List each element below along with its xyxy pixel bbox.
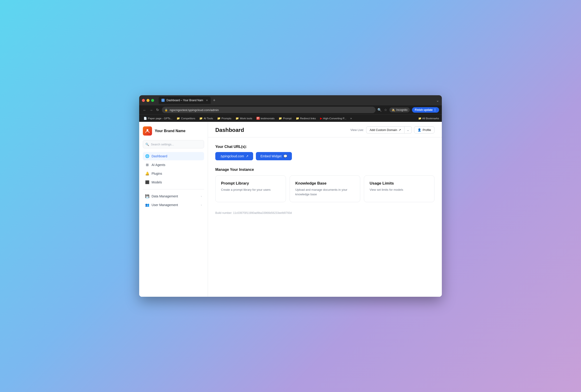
nav-item-models[interactable]: ⬛ Models	[143, 178, 204, 186]
bookmark-item-ai-tools[interactable]: 📁 AI Tools	[198, 116, 214, 121]
tab-bar: T Dashboard – Your Brand Nam ✕ +	[159, 97, 433, 104]
external-link-icon: ↗	[398, 128, 401, 132]
bookmark-icon: 📁	[236, 117, 239, 120]
nav-item-label: User Management	[152, 203, 198, 207]
brand-name: Your Brand Name	[155, 129, 186, 133]
nav-item-user-management[interactable]: 👥 User Management ›	[143, 201, 204, 209]
search-icon[interactable]: 🔍	[378, 108, 382, 112]
search-input[interactable]	[151, 143, 202, 146]
data-management-icon: 💾	[145, 194, 149, 198]
plugins-icon: 🔔	[145, 172, 149, 176]
active-tab[interactable]: T Dashboard – Your Brand Nam ✕	[159, 97, 211, 104]
url-buttons: .typingcloud.com ↗ Embed Widget 💬	[215, 152, 434, 160]
bookmark-item-work-tools[interactable]: 📁 Work tools	[234, 116, 254, 121]
embed-widget-label: Embed Widget	[260, 154, 282, 158]
nav-right: 🔍 ☆ 🕵️ Incognito Finish update ⋮	[378, 107, 439, 113]
incognito-icon: 🕵️	[392, 108, 395, 112]
tab-close-icon[interactable]: ✕	[206, 99, 208, 102]
prompt-library-card[interactable]: Prompt Library Create a prompt library f…	[215, 175, 286, 202]
maximize-button[interactable]	[151, 99, 154, 102]
url-btn-label: .typingcloud.com	[220, 154, 244, 158]
manage-title: Manage Your Instance	[215, 168, 434, 172]
bookmark-item-competitors[interactable]: 📁 Competitors	[175, 116, 197, 121]
bookmark-item-testimonials[interactable]: P testimonials	[255, 116, 276, 120]
title-bar: T Dashboard – Your Brand Nam ✕ + ⌄	[139, 95, 442, 105]
window-controls	[142, 99, 154, 102]
external-link-icon: ↗	[246, 154, 248, 158]
knowledge-base-card[interactable]: Knowledge Base Upload and manage documen…	[290, 175, 360, 202]
profile-label: Profile	[422, 128, 431, 132]
bookmark-p-icon: P	[256, 117, 260, 120]
usage-limits-card[interactable]: Usage Limits View set limits for models	[364, 175, 434, 202]
finish-update-button[interactable]: Finish update ⋮	[412, 107, 439, 113]
bookmark-label: Competitors	[181, 117, 195, 120]
chevron-down-icon: ⌄	[407, 128, 409, 132]
view-live-label: View Live:	[350, 128, 364, 132]
nav-item-label: Plugins	[152, 172, 202, 175]
youtube-icon: ▶	[320, 117, 322, 120]
nav-item-ai-agents[interactable]: ⊞ AI Agents	[143, 161, 204, 169]
bookmark-item-prompts[interactable]: 📁 Prompts	[216, 116, 233, 121]
chat-url-title: Your Chat URL(s):	[215, 145, 434, 149]
main-body: Your Chat URL(s): .typingcloud.com ↗ Emb…	[208, 137, 442, 222]
new-tab-button[interactable]: +	[212, 98, 217, 103]
nav-item-label: AI Agents	[152, 163, 202, 167]
embed-widget-button[interactable]: Embed Widget 💬	[256, 152, 292, 160]
search-box[interactable]: 🔍	[143, 140, 204, 148]
bookmark-label: Paper page - GPTs...	[148, 117, 172, 120]
bookmark-label: AI Tools	[204, 117, 213, 120]
bookmark-label: testimonials	[261, 117, 275, 120]
nav-item-dashboard[interactable]: 🌐 Dashboard	[143, 152, 204, 160]
svg-point-0	[146, 129, 148, 131]
window-expand-icon[interactable]: ⌄	[436, 98, 439, 103]
minimize-button[interactable]	[146, 99, 150, 102]
bookmark-label: High-Converting P...	[323, 117, 346, 120]
bookmark-star-icon[interactable]: ☆	[384, 108, 387, 112]
nav-item-label: Models	[152, 181, 202, 184]
nav-item-plugins[interactable]: 🔔 Plugins	[143, 170, 204, 178]
custom-domain-group: Add Custom Domain ↗ ⌄	[366, 126, 412, 134]
main-content: Dashboard View Live: Add Custom Domain ↗…	[208, 122, 442, 297]
back-button[interactable]: ←	[142, 107, 147, 113]
chevron-right-icon: ›	[201, 203, 202, 206]
bookmark-icon: 📁	[296, 117, 299, 120]
cards-grid: Prompt Library Create a prompt library f…	[215, 175, 434, 202]
bookmarks-folder-icon: 📁	[418, 117, 422, 120]
all-bookmarks-btn[interactable]: 📁 All Bookmarks	[418, 117, 439, 120]
bookmark-label: Redirect links	[300, 117, 316, 120]
dashboard-icon: 🌐	[145, 154, 149, 158]
app-container: Your Brand Name 🔍 🌐 Dashboard ⊞ AI Agent…	[139, 122, 442, 297]
card-title: Usage Limits	[370, 181, 429, 186]
bookmark-item-high-converting[interactable]: ▶ High-Converting P...	[318, 116, 348, 121]
add-custom-domain-button[interactable]: Add Custom Domain ↗	[366, 126, 404, 134]
nav-item-label: Dashboard	[152, 154, 202, 158]
profile-button[interactable]: 👤 Profile	[414, 126, 434, 134]
bookmark-item-prompt[interactable]: 📁 Prompt	[277, 116, 293, 121]
forward-button[interactable]: →	[148, 107, 154, 113]
profile-icon: 👤	[418, 128, 421, 132]
bookmark-label: Work tools	[240, 117, 252, 120]
address-bar[interactable]: 🔒 ngocngoctest.typingcloud.com/admin	[162, 107, 376, 113]
reload-button[interactable]: ↻	[155, 107, 160, 113]
chat-url-section: Your Chat URL(s): .typingcloud.com ↗ Emb…	[215, 145, 434, 160]
user-management-icon: 👥	[145, 203, 149, 207]
address-lock-icon: 🔒	[164, 109, 168, 112]
typing-cloud-url-button[interactable]: .typingcloud.com ↗	[215, 152, 253, 160]
bookmarks-more-icon[interactable]: »	[349, 117, 353, 120]
brand-logo	[143, 126, 152, 136]
ai-agents-icon: ⊞	[145, 163, 149, 167]
page-title: Dashboard	[215, 127, 244, 133]
bookmark-item-redirect[interactable]: 📁 Redirect links	[294, 116, 318, 121]
card-desc: Create a prompt library for your users	[221, 188, 280, 192]
domain-dropdown-button[interactable]: ⌄	[404, 126, 412, 134]
close-button[interactable]	[142, 99, 145, 102]
finish-update-menu-icon: ⋮	[434, 108, 436, 112]
nav-item-data-management[interactable]: 💾 Data Management ›	[143, 192, 204, 200]
card-desc: View set limits for models	[370, 188, 429, 192]
incognito-button[interactable]: 🕵️ Incognito	[389, 107, 410, 112]
build-label: Build number:	[215, 211, 232, 214]
bookmark-item-paper[interactable]: 📄 Paper page - GPTs...	[142, 116, 174, 121]
bookmark-icon: 📁	[217, 117, 220, 120]
custom-domain-label: Add Custom Domain	[370, 128, 397, 132]
address-text: ngocngoctest.typingcloud.com/admin	[170, 108, 219, 112]
